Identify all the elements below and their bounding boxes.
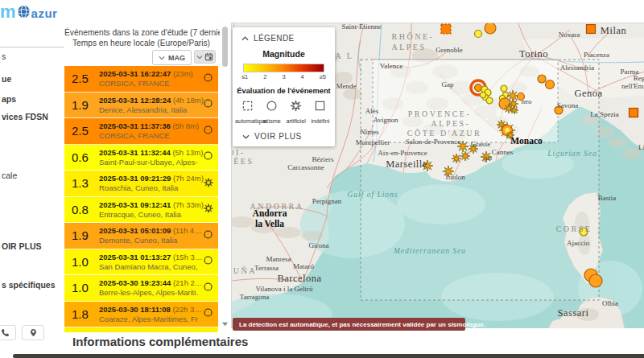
app-logo[interactable]: m azur bbox=[0, 2, 57, 22]
event-marker-circle[interactable] bbox=[546, 80, 555, 89]
event-marker-circle[interactable] bbox=[580, 228, 588, 236]
chevron-down-icon bbox=[242, 134, 250, 140]
event-marker-square[interactable] bbox=[630, 109, 638, 117]
location-pin-button[interactable] bbox=[22, 325, 44, 340]
event-datetime: 2025-03-30 18:11:08 (22h 3… bbox=[99, 305, 198, 314]
seismic-event-icon bbox=[198, 97, 218, 112]
sidebar-item[interactable]: s bbox=[2, 51, 6, 61]
events-title-line1: Événements dans la zone d'étude (7 derni… bbox=[64, 28, 218, 37]
event-magnitude: 1.3 bbox=[64, 176, 99, 190]
event-magnitude: 0.6 bbox=[64, 150, 99, 164]
event-location: Berre-les-Alpes, Alpes-Mariti… bbox=[99, 288, 198, 297]
event-datetime: 2025-03-31 12:28:24 (4h 18m) bbox=[99, 96, 198, 105]
magnitude-filter-label: MAG bbox=[168, 54, 185, 62]
event-marker-star[interactable] bbox=[510, 106, 518, 114]
event-magnitude: 1.8 bbox=[64, 307, 99, 321]
magnitude-gradient bbox=[243, 64, 324, 72]
event-marker-circle[interactable] bbox=[485, 23, 496, 34]
chevron-down-icon bbox=[196, 54, 203, 60]
magnitude-filter-button[interactable]: MAG bbox=[152, 50, 192, 65]
evaluation-item: artificiel bbox=[284, 100, 308, 125]
evaluation-icons: automatiqueséismeartificielindéfini bbox=[233, 100, 335, 125]
event-marker-star[interactable] bbox=[460, 151, 470, 161]
event-location: Saint-Paul-sur-Ubaye, Alpes-… bbox=[99, 158, 198, 167]
event-datetime: 2025-03-31 01:13:27 (15h 3… bbox=[99, 253, 198, 261]
event-location: Roaschia, Cuneo, Italia bbox=[99, 183, 198, 192]
event-marker-circle[interactable] bbox=[518, 93, 525, 101]
app: m azur sueapsvices FDSNcaleOIR PLUSs spé… bbox=[0, 0, 644, 358]
magnitude-scale-title: Magnitude bbox=[233, 49, 335, 59]
event-marker-star[interactable] bbox=[422, 160, 433, 171]
event-location: Entracque, Cuneo, Italia bbox=[99, 210, 198, 219]
event-row[interactable]: 1.32025-03-31 09:21:29 (7h 24m)Roaschia,… bbox=[64, 171, 218, 197]
event-marker-circle[interactable] bbox=[475, 31, 482, 38]
event-marker-star[interactable] bbox=[457, 141, 469, 152]
seismic-event-icon bbox=[198, 281, 218, 295]
evaluation-item: automatique bbox=[235, 100, 259, 125]
scroll-down-arrow[interactable] bbox=[221, 320, 229, 327]
scale-tick: 3 bbox=[282, 73, 285, 80]
event-marker-star[interactable] bbox=[452, 154, 461, 163]
study-zone-inner bbox=[373, 60, 558, 142]
event-row-partial[interactable] bbox=[64, 327, 218, 332]
event-row[interactable]: 1.02025-03-31 01:13:27 (15h 3…San Damian… bbox=[64, 249, 218, 276]
event-magnitude: 0.8 bbox=[64, 203, 99, 216]
event-row[interactable]: 0.82025-03-31 09:12:41 (7h 33m)Entracque… bbox=[64, 197, 218, 224]
calendar-icon bbox=[204, 52, 213, 61]
event-marker-circle[interactable] bbox=[555, 106, 563, 114]
sidebar-item[interactable]: vices FDSN bbox=[2, 112, 48, 121]
sidebar-item[interactable]: cale bbox=[2, 171, 17, 180]
evaluation-label: artificiel bbox=[284, 117, 308, 125]
event-row[interactable]: 1.92025-03-31 05:01:09 (11h 4…Demonte, C… bbox=[64, 223, 218, 249]
legend-header[interactable]: LÉGENDE bbox=[233, 34, 335, 43]
contact-phone-button[interactable] bbox=[0, 325, 16, 340]
event-row[interactable]: 1.82025-03-30 18:11:08 (22h 3…Coaraze, A… bbox=[64, 302, 218, 328]
event-marker-circle[interactable] bbox=[589, 274, 602, 287]
event-datetime: 2025-03-31 11:32:44 (5h 13m) bbox=[99, 148, 198, 157]
event-marker-star[interactable] bbox=[507, 90, 518, 101]
scrollbar-thumb[interactable] bbox=[222, 27, 228, 67]
events-scrollbar[interactable] bbox=[220, 23, 230, 332]
seismic-event-icon bbox=[198, 307, 218, 321]
sidebar-divider bbox=[0, 47, 64, 47]
event-datetime: 2025-03-31 05:01:09 (11h 4… bbox=[99, 226, 198, 235]
horizontal-scrollbar[interactable] bbox=[13, 354, 644, 358]
seismic-event-icon bbox=[198, 228, 218, 243]
scale-tick: ≤1 bbox=[242, 73, 248, 80]
circle-icon bbox=[259, 100, 283, 115]
sidebar: sueapsvices FDSNcaleOIR PLUSs spécifique… bbox=[0, 23, 64, 358]
event-marker-star[interactable] bbox=[481, 151, 492, 163]
event-row[interactable]: 2.52025-03-31 16:22:47 (23m)CORSICA, FRA… bbox=[64, 66, 218, 93]
event-marker-star[interactable] bbox=[443, 166, 454, 177]
event-marker-circle[interactable] bbox=[501, 85, 507, 92]
event-marker-square-auto[interactable] bbox=[441, 24, 451, 34]
sidebar-item[interactable]: ue bbox=[2, 74, 11, 84]
event-marker-star[interactable] bbox=[506, 131, 514, 139]
event-row[interactable]: 1.92025-03-31 12:28:24 (4h 18m)Denice, A… bbox=[64, 93, 218, 119]
globe-icon bbox=[17, 5, 31, 22]
event-row[interactable]: 2.52025-03-31 11:37:36 (5h 8m)CORSICA, F… bbox=[64, 118, 218, 145]
event-marker-halo-star[interactable] bbox=[499, 122, 515, 138]
evaluation-label: automatique bbox=[235, 117, 259, 125]
event-marker-star[interactable] bbox=[469, 144, 478, 154]
sidebar-item[interactable]: OIR PLUS bbox=[2, 241, 42, 251]
event-magnitude: 1.9 bbox=[64, 228, 99, 242]
logo-text: azur bbox=[31, 6, 58, 20]
event-location: CORSICA, FRANCE bbox=[99, 131, 198, 140]
event-marker-circle[interactable] bbox=[481, 93, 486, 98]
scale-tick: ≥5 bbox=[320, 73, 326, 80]
date-filter-button[interactable] bbox=[194, 50, 216, 64]
sidebar-item[interactable]: s spécifiques bbox=[2, 280, 56, 290]
event-magnitude: 2.5 bbox=[64, 124, 99, 138]
event-marker-square[interactable] bbox=[587, 25, 596, 34]
legend-more-button[interactable]: VOIR PLUS bbox=[233, 125, 335, 142]
event-datetime: 2025-03-30 19:23:44 (21h 2… bbox=[99, 278, 198, 287]
square-icon bbox=[308, 100, 332, 115]
event-marker-circle[interactable] bbox=[486, 97, 493, 104]
event-marker-circle[interactable] bbox=[538, 75, 546, 83]
event-location: Denice, Alessandria, Italia bbox=[99, 105, 198, 114]
sidebar-item[interactable]: aps bbox=[2, 94, 16, 104]
events-title-line2: Temps en heure locale (Europe/Paris) bbox=[64, 39, 218, 47]
event-row[interactable]: 1.02025-03-30 19:23:44 (21h 2…Berre-les-… bbox=[64, 275, 218, 302]
event-row[interactable]: 0.62025-03-31 11:32:44 (5h 13m)Saint-Pau… bbox=[64, 145, 218, 171]
